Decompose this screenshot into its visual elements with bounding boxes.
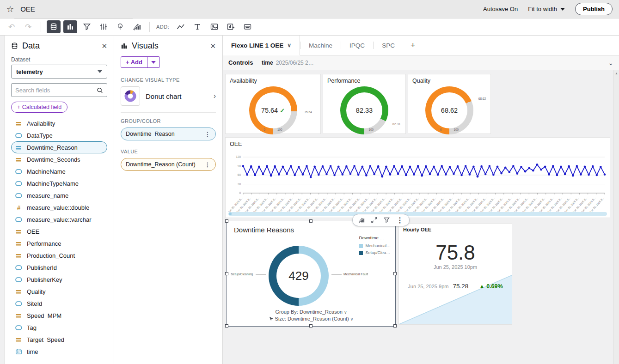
search-fields-input[interactable]	[15, 87, 97, 94]
field-item-measure_value::varchar[interactable]: measure_value::varchar	[11, 213, 107, 225]
control-filter-name: time	[262, 60, 273, 66]
value-field-well[interactable]: Downtime_Reason (Count) ⋮	[121, 158, 216, 171]
donut-ring[interactable]: 429	[269, 246, 329, 306]
field-item-measure_name[interactable]: measure_name	[11, 189, 107, 201]
toolbar-divider	[41, 22, 41, 32]
kebab-menu-icon[interactable]: ⋮	[205, 131, 211, 138]
add-visual-from-library-button[interactable]	[224, 20, 238, 33]
tab-spc[interactable]: SPC	[374, 36, 403, 55]
field-item-Quality[interactable]: Quality	[11, 285, 107, 297]
visuals-panel-toggle-button[interactable]	[63, 20, 77, 33]
data-panel-toggle-button[interactable]	[47, 20, 61, 33]
selection-handle[interactable]	[225, 324, 228, 328]
downtime-reasons-visual[interactable]: Downtime Reasons Downtime … Mechanical…S…	[227, 221, 396, 327]
add-visual-split-button[interactable]: + Add	[121, 56, 160, 68]
field-item-DataType[interactable]: DataType	[11, 129, 107, 141]
group-field-well[interactable]: Downtime_Reason ⋮	[121, 127, 216, 140]
measure-icon	[16, 121, 22, 126]
legend-item[interactable]: Setup/Clea…	[359, 250, 391, 255]
fit-to-width-dropdown[interactable]: Fit to width	[528, 6, 565, 12]
search-icon[interactable]	[97, 87, 103, 94]
add-embed-button[interactable]	[240, 20, 254, 33]
performance-gauge-visual[interactable]: Performance82.3382.330100	[323, 74, 406, 134]
field-item-Production_Count[interactable]: Production_Count	[11, 249, 107, 261]
field-item-Downtime_Reason[interactable]: Downtime_Reason	[11, 141, 107, 153]
field-item-measure_value::double[interactable]: #measure_value::double	[11, 201, 107, 213]
field-item-MachineTypeName[interactable]: MachineTypeName	[11, 177, 107, 189]
tab-ipqc[interactable]: IPQC	[341, 36, 373, 55]
chart-import-icon	[227, 23, 235, 30]
selection-handle[interactable]	[309, 219, 313, 223]
kebab-menu-icon[interactable]: ⋮	[205, 161, 211, 168]
redo-button[interactable]: ↷	[21, 20, 35, 33]
maximize-visual-button[interactable]	[371, 217, 377, 223]
field-item-Downtime_Seconds[interactable]: Downtime_Seconds	[11, 153, 107, 165]
control-filter-value[interactable]: 2025/06/25 2…	[276, 60, 314, 66]
undo-button[interactable]: ↶	[5, 20, 18, 33]
field-item-Performance[interactable]: Performance	[11, 237, 107, 249]
data-panel: Data ✕ Dataset telemetry + Calculated fi…	[5, 36, 114, 364]
field-item-PublisherKey[interactable]: PublisherKey	[11, 273, 107, 285]
scroll-up-arrow-icon[interactable]: ▲	[615, 72, 618, 75]
close-icon[interactable]: ✕	[210, 42, 216, 50]
field-item-SiteId[interactable]: SiteId	[11, 297, 107, 309]
filter-button[interactable]	[80, 20, 94, 33]
funnel-icon	[384, 217, 390, 223]
filter-visual-button[interactable]	[384, 217, 390, 223]
add-text-button[interactable]	[190, 20, 204, 33]
add-image-button[interactable]	[207, 20, 221, 33]
vertical-scrollbar[interactable]: ▲	[613, 70, 619, 364]
field-item-Tag[interactable]: Tag	[11, 322, 107, 334]
close-icon[interactable]: ✕	[101, 42, 107, 50]
size-dropdown[interactable]: Size: Downtime_Reason (Count) ∨	[227, 316, 395, 322]
availability-gauge-visual[interactable]: Availability75.64✓75.640100	[225, 74, 321, 134]
tab-machine[interactable]: Machine	[300, 36, 341, 55]
tab-flexo-line-1-oee[interactable]: Flexo LINE 1 OEE ∨	[223, 36, 300, 55]
selection-handle[interactable]	[225, 219, 228, 223]
field-item-MachineName[interactable]: MachineName	[11, 165, 107, 177]
insights-button[interactable]	[113, 20, 127, 33]
visual-menu-button[interactable]: ⋮	[396, 216, 404, 224]
selection-handle[interactable]	[393, 272, 397, 275]
calculated-field-button[interactable]: + Calculated field	[11, 102, 67, 113]
field-label: OEE	[27, 228, 39, 235]
slice-label: Setup/Cleaning	[231, 273, 253, 276]
hourly-oee-kpi-visual[interactable]: Hourly OEE 75.8 Jun 25, 2025 10pm Jun 25…	[398, 223, 512, 325]
visual-type-row[interactable]: Donut chart ›	[121, 86, 216, 113]
favorite-star-icon[interactable]: ☆	[6, 4, 14, 14]
add-sheet-button[interactable]: +	[403, 36, 423, 55]
format-visual-button[interactable]	[358, 217, 365, 223]
group-by-dropdown[interactable]: Group By: Downtime_Reason ∨	[227, 309, 395, 315]
title-underline	[14, 18, 133, 18]
analysis-settings-button[interactable]	[130, 20, 144, 33]
gauge-axis-labels: 0100	[323, 128, 405, 131]
legend-item[interactable]: Mechanical…	[359, 243, 391, 248]
publish-button[interactable]: Publish	[575, 3, 613, 15]
selection-handle[interactable]	[309, 324, 313, 328]
analysis-title[interactable]: OEE	[20, 5, 35, 13]
expand-arrows-icon	[371, 217, 377, 223]
field-item-Speed_MPM[interactable]: Speed_MPM	[11, 309, 107, 322]
kpi-delta-badge: ▲ 0.69%	[479, 283, 503, 290]
selection-handle[interactable]	[393, 324, 397, 328]
tab-menu-chevron-icon[interactable]: ∨	[287, 42, 291, 49]
add-visual-label[interactable]: + Add	[121, 57, 147, 67]
group-field-value: Downtime_Reason	[126, 131, 175, 137]
controls-collapse-chevron-icon[interactable]: ⌄	[608, 59, 613, 67]
parameters-button[interactable]	[97, 20, 110, 33]
oee-line-chart-visual[interactable]: OEE1209060300Jun 25, 2025 8…Jun 25, 2025…	[225, 137, 610, 218]
add-visual-caret[interactable]	[147, 57, 159, 67]
selection-handle[interactable]	[225, 272, 228, 275]
field-item-Availability[interactable]: Availability	[11, 117, 107, 129]
field-item-OEE[interactable]: OEE	[11, 225, 107, 237]
string-field-icon	[15, 301, 22, 306]
field-item-time[interactable]: time	[11, 346, 107, 358]
chart-horizontal-scrollbar[interactable]	[228, 212, 607, 216]
dataset-select[interactable]: telemetry	[11, 65, 107, 79]
field-item-Target_Speed[interactable]: Target_Speed	[11, 334, 107, 346]
quality-gauge-visual[interactable]: Quality68.6268.620100	[408, 74, 491, 134]
add-visual-button[interactable]	[174, 20, 188, 33]
autosave-status[interactable]: Autosave On	[483, 6, 518, 12]
legend-title[interactable]: Downtime …	[359, 235, 391, 240]
field-item-PublisherId[interactable]: PublisherId	[11, 261, 107, 273]
